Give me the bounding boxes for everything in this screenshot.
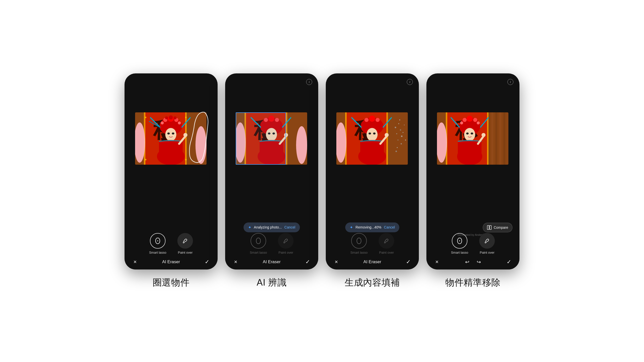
svg-point-66 — [395, 127, 396, 128]
confirm-icon-4[interactable]: ✓ — [505, 258, 512, 265]
title-2: AI Eraser — [263, 259, 281, 264]
undo-icon-4[interactable]: ↩ — [464, 258, 471, 265]
bottom-controls-2: Smart lasso Paint over — [225, 233, 318, 254]
info-icon-4[interactable]: i — [507, 79, 513, 85]
caption-3: 生成內容填補 — [345, 277, 400, 289]
paint-over-label-3: Paint over — [379, 251, 394, 254]
confirm-icon-1[interactable]: ✓ — [204, 258, 211, 265]
close-icon-1[interactable]: × — [132, 258, 139, 265]
close-icon-3[interactable]: × — [333, 258, 340, 265]
smart-lasso-circle-4 — [452, 233, 467, 249]
svg-point-75 — [395, 151, 397, 152]
tool-buttons-4: Smart lasso Paint over — [451, 233, 495, 254]
svg-point-99 — [464, 128, 475, 141]
svg-point-73 — [397, 147, 398, 148]
phone-3: i 穆 — [326, 73, 419, 269]
compare-btn-4[interactable]: Compare — [483, 223, 512, 232]
smart-lasso-btn-1[interactable]: Smart lasso — [149, 233, 167, 254]
svg-point-74 — [399, 119, 400, 120]
confirm-icon-3[interactable]: ✓ — [405, 258, 412, 265]
title-1: AI Eraser — [162, 259, 180, 264]
info-icon-2[interactable]: i — [306, 79, 312, 85]
svg-rect-104 — [487, 225, 489, 230]
smart-lasso-btn-4[interactable]: Smart lasso — [451, 233, 468, 254]
removing-text-3: Removing...40% — [355, 225, 381, 229]
svg-point-69 — [396, 133, 397, 134]
svg-point-16 — [161, 121, 164, 124]
svg-point-94 — [473, 118, 477, 122]
svg-point-72 — [401, 143, 402, 144]
compare-label-4: Compare — [494, 225, 508, 230]
svg-point-20 — [174, 116, 177, 119]
svg-point-76 — [403, 132, 404, 133]
svg-rect-83 — [499, 112, 501, 165]
cancel-btn-3[interactable]: Cancel — [384, 225, 395, 229]
phone-container-2: i 穆 — [225, 73, 318, 289]
paint-over-circle-1 — [177, 233, 193, 249]
svg-point-78 — [405, 140, 406, 141]
bottom-controls-1: Smart lasso Paint over — [125, 233, 218, 254]
paint-over-circle-4 — [479, 233, 495, 249]
svg-point-100 — [466, 132, 469, 134]
svg-point-95 — [460, 121, 463, 124]
svg-point-18 — [169, 115, 173, 119]
svg-point-17 — [178, 121, 181, 124]
phone-container-1: 穆 — [125, 73, 218, 289]
svg-point-58 — [376, 118, 380, 122]
analyzing-pill-2: ✦ Analyzing photo... Cancel — [244, 222, 300, 232]
phone-container-3: i 穆 — [326, 73, 419, 289]
cancel-btn-2[interactable]: Cancel — [284, 225, 295, 229]
smart-lasso-circle-3 — [351, 233, 367, 249]
paint-over-label-4: Paint over — [480, 251, 495, 254]
svg-point-70 — [401, 135, 403, 137]
svg-rect-105 — [490, 225, 491, 230]
tool-buttons-3: Smart lasso Paint over — [350, 233, 394, 254]
svg-point-5 — [145, 117, 146, 118]
svg-point-63 — [373, 132, 376, 134]
svg-rect-84 — [503, 112, 505, 165]
sparkle-icon-2: ✦ — [248, 225, 251, 230]
paint-over-btn-1[interactable]: Paint over — [177, 233, 193, 254]
smart-lasso-btn-3: Smart lasso — [350, 233, 368, 254]
svg-point-56 — [369, 116, 375, 122]
smart-lasso-label-4: Smart lasso — [451, 251, 468, 254]
smart-lasso-label-1: Smart lasso — [149, 251, 167, 254]
close-icon-2[interactable]: × — [232, 258, 239, 265]
close-icon-4[interactable]: × — [433, 258, 440, 265]
smart-lasso-circle-2 — [251, 233, 266, 249]
sparkle-icon-3: ✦ — [350, 225, 353, 230]
paint-over-label-2: Paint over — [278, 251, 293, 254]
svg-point-8 — [185, 159, 187, 160]
caption-2: AI 辨識 — [257, 277, 287, 289]
svg-rect-3 — [185, 112, 187, 165]
svg-point-101 — [471, 132, 473, 134]
svg-rect-51 — [386, 112, 388, 165]
svg-point-67 — [398, 123, 399, 124]
svg-point-6 — [145, 159, 146, 160]
smart-lasso-circle-1 — [150, 233, 166, 249]
bottom-bar-2: × AI Eraser ✓ — [225, 254, 318, 269]
svg-point-28 — [183, 133, 187, 137]
svg-point-92 — [467, 116, 473, 122]
svg-rect-87 — [487, 112, 489, 165]
bottom-controls-4: Smart lasso Paint over — [426, 233, 519, 254]
svg-point-62 — [369, 132, 371, 134]
confirm-icon-2[interactable]: ✓ — [304, 258, 311, 265]
svg-rect-82 — [495, 112, 497, 165]
phone-1: 穆 — [125, 73, 218, 269]
redo-icon-4[interactable]: ↪ — [475, 258, 482, 265]
svg-point-93 — [463, 118, 467, 122]
smart-lasso-btn-2: Smart lasso — [250, 233, 267, 254]
svg-point-65 — [385, 133, 389, 137]
phone-2: i 穆 — [225, 73, 318, 269]
bottom-bar-4: × ↩ ↪ ✓ — [426, 254, 519, 269]
paint-over-btn-4[interactable]: Paint over — [479, 233, 495, 254]
tool-buttons-2: Smart lasso Paint over — [250, 233, 294, 254]
smart-lasso-label-2: Smart lasso — [250, 251, 267, 254]
info-icon-3[interactable]: i — [407, 79, 413, 85]
svg-point-61 — [367, 128, 378, 141]
selection-highlight-2 — [236, 112, 286, 165]
svg-point-96 — [477, 121, 480, 124]
paint-over-label-1: Paint over — [178, 251, 193, 254]
lasso-overlay — [188, 107, 213, 168]
